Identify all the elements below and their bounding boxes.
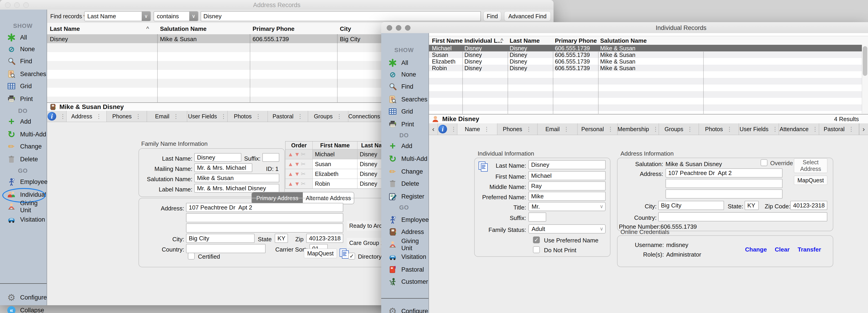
column-header-city[interactable]: City	[340, 25, 351, 32]
scissors-icon[interactable]: ✂	[301, 161, 306, 167]
move-up-icon[interactable]: ▲	[288, 171, 293, 177]
tab-pastoral[interactable]: Pastoral⋮	[268, 111, 308, 122]
sidebar-item-visitation[interactable]: Visitation	[0, 215, 46, 224]
sidebar-item-print[interactable]: Print	[0, 94, 46, 104]
family-status-dropdown[interactable]: Adult∨	[528, 224, 606, 233]
sidebar-item-delete[interactable]: Delete	[0, 154, 46, 164]
country-input[interactable]	[658, 212, 827, 221]
tab-grip[interactable]: ⋮	[221, 113, 226, 120]
first-name-input[interactable]	[528, 171, 606, 180]
sidebar-item-configure[interactable]: ⚙Configure	[381, 306, 429, 313]
sidebar-item-searches[interactable]: Searches	[381, 95, 429, 104]
find-button[interactable]: Find	[484, 11, 501, 21]
column-header-first-name[interactable]: First Name	[312, 142, 357, 149]
sidebar-item-all[interactable]: All	[381, 58, 429, 68]
tab-grip[interactable]: ⋮	[336, 113, 342, 120]
close-button[interactable]	[387, 25, 392, 31]
minimize-button[interactable]	[14, 2, 20, 8]
move-up-icon[interactable]: ▲	[288, 151, 293, 158]
member-row-selected[interactable]: ▲▼✂ Michael Disney	[285, 149, 394, 159]
select-address-button[interactable]: Select Address	[794, 158, 827, 173]
tab-grip[interactable]: ⋮	[484, 126, 490, 133]
address-line2-input[interactable]	[186, 213, 343, 222]
zip-code-input[interactable]	[790, 201, 827, 210]
tab-personal[interactable]: Personal⋮	[578, 123, 618, 135]
address-line1-input[interactable]	[665, 168, 782, 178]
mapquest-button[interactable]: MapQuest	[794, 176, 827, 185]
tab-grip[interactable]: ⋮	[135, 113, 141, 120]
sidebar-item-register[interactable]: Register	[381, 192, 429, 201]
tab-grip[interactable]: ⋮	[60, 113, 66, 120]
tab-grip[interactable]: ⋮	[608, 126, 613, 133]
do-not-print-checkbox[interactable]	[533, 246, 540, 253]
sidebar-item-change[interactable]: ✏Change	[381, 167, 429, 176]
tab-email[interactable]: Email⋮	[147, 111, 187, 122]
use-preferred-name-checkbox[interactable]: ✓	[533, 237, 540, 243]
member-row[interactable]: ▲▼✂ Elizabeth Disney	[285, 169, 394, 179]
tab-grip[interactable]: ⋮	[653, 126, 659, 133]
column-header-individual[interactable]: Individual L...	[464, 37, 502, 44]
override-checkbox[interactable]	[761, 159, 768, 166]
advanced-find-button[interactable]: Advanced Find	[504, 11, 551, 21]
operator-dropdown[interactable]: contains ∨	[154, 11, 198, 21]
tab-grip[interactable]: ⋮	[96, 113, 102, 120]
sidebar-item-employee[interactable]: Employee	[381, 215, 429, 225]
column-header-last-name[interactable]: Last Name	[510, 37, 540, 44]
move-down-icon[interactable]: ▼	[294, 171, 300, 177]
sidebar-item-find[interactable]: Find	[0, 56, 46, 66]
table-row[interactable]: Elizabeth Disney Disney 606.555.1739 Mik…	[429, 58, 862, 65]
sidebar-item-grid[interactable]: Grid	[0, 81, 46, 91]
label-name-input[interactable]	[194, 184, 279, 193]
directory-checkbox[interactable]: ✓	[348, 253, 355, 259]
mapquest-button[interactable]: MapQuest	[304, 249, 337, 258]
move-down-icon[interactable]: ▼	[294, 161, 300, 167]
sidebar-item-visitation[interactable]: Visitation	[381, 252, 429, 261]
tab-grip[interactable]: ⋮	[255, 113, 261, 120]
column-header-first-name[interactable]: First Name	[432, 37, 463, 44]
sidebar-item-none[interactable]: ⊘None	[0, 44, 46, 54]
sidebar-item-delete[interactable]: Delete	[381, 179, 429, 188]
address-line2-input[interactable]	[665, 179, 782, 188]
title-dropdown[interactable]: Mr.∨	[528, 202, 606, 211]
state-input[interactable]	[275, 234, 288, 243]
sidebar-item-add[interactable]: +Add	[0, 117, 46, 126]
tab-grip[interactable]: ⋮	[173, 113, 179, 120]
sidebar-item-customer[interactable]: Customer	[381, 277, 429, 286]
close-button[interactable]	[5, 2, 10, 8]
tab-name[interactable]: Name⋮	[457, 123, 497, 135]
member-row[interactable]: ▲▼✂ Robin Disney	[285, 179, 394, 188]
tab-groups[interactable]: Groups⋮	[308, 111, 348, 122]
column-header-salutation[interactable]: Salutation Name	[160, 25, 207, 32]
family-last-name-input[interactable]	[194, 153, 241, 162]
address-line3-input[interactable]	[186, 223, 343, 232]
sidebar-item-address[interactable]: Address	[381, 227, 429, 237]
address-line1-input[interactable]	[186, 203, 343, 212]
tab-user-fields[interactable]: User Fields⋮	[739, 123, 779, 135]
scissors-icon[interactable]: ✂	[301, 181, 306, 187]
sidebar-item-multi-add[interactable]: ↻Multi-Add	[0, 129, 46, 139]
sidebar-item-collapse[interactable]: «Collapse	[0, 306, 46, 313]
move-down-icon[interactable]: ▼	[294, 181, 300, 187]
column-header-phone[interactable]: Primary Phone	[555, 37, 597, 44]
sidebar-item-giving-unit[interactable]: Giving Unit	[0, 202, 46, 212]
middle-name-input[interactable]	[528, 181, 606, 191]
tab-grip[interactable]: ⋮	[526, 126, 532, 133]
tab-phones[interactable]: Phones⋮	[107, 111, 147, 122]
sidebar-item-multi-add[interactable]: ↻Multi-Add	[381, 154, 429, 164]
change-link[interactable]: Change	[745, 246, 767, 253]
tab-info[interactable]: i⋮	[438, 123, 457, 135]
tab-photos[interactable]: Photos⋮	[699, 123, 739, 135]
tab-grip[interactable]: ⋮	[772, 126, 778, 133]
sidebar-item-find[interactable]: Find	[381, 82, 429, 91]
move-up-icon[interactable]: ▲	[288, 181, 293, 187]
tab-membership[interactable]: Membership⋮	[618, 123, 659, 135]
address-line3-input[interactable]	[665, 189, 782, 198]
table-row[interactable]: Susan Disney Disney 606.555.1739 Mike & …	[429, 52, 862, 58]
zoom-button[interactable]	[405, 25, 410, 31]
city-input[interactable]	[658, 201, 724, 210]
move-down-icon[interactable]: ▼	[294, 151, 300, 158]
individual-window-titlebar[interactable]: Individual Records	[381, 22, 868, 33]
field-dropdown[interactable]: Last Name ∨	[84, 11, 151, 21]
column-header-phone[interactable]: Primary Phone	[252, 25, 294, 32]
sidebar-item-searches[interactable]: Searches	[0, 69, 46, 79]
